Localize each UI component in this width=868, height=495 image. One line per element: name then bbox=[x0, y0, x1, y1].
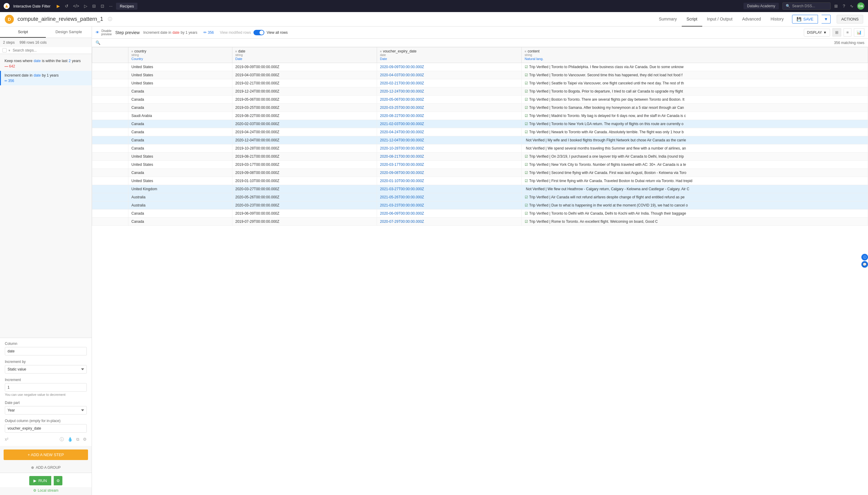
table-row: Canada2020-02-03T00:00:00.000Z2021-02-03… bbox=[92, 120, 868, 128]
grid-icon[interactable]: ⊟ bbox=[92, 4, 96, 8]
increment-input[interactable] bbox=[5, 383, 87, 392]
tab-design-sample[interactable]: Design Sample bbox=[46, 27, 92, 38]
cell-content: ☑Trip Verified | Air Canada will not ref… bbox=[521, 193, 868, 201]
step-item-1[interactable]: Keep rows where date is within the last … bbox=[0, 56, 92, 71]
step-preview-title: Step preview bbox=[115, 30, 140, 35]
table-icon[interactable]: ⊡ bbox=[101, 4, 104, 8]
row-number bbox=[92, 63, 128, 71]
run-settings-button[interactable]: ⚙ bbox=[54, 476, 63, 485]
add-group-button[interactable]: ⊕ ADD A GROUP bbox=[0, 464, 92, 472]
table-row: United Kingdom2020-03-27T00:00:00.000Z20… bbox=[92, 185, 868, 193]
help-icon[interactable]: ? bbox=[843, 4, 845, 8]
refresh-step-icon-2[interactable]: ↺ bbox=[76, 73, 79, 78]
delete-step-icon-2[interactable]: 🗑 bbox=[81, 73, 84, 78]
add-step-button[interactable]: + ADD A NEW STEP bbox=[4, 449, 88, 460]
form-footer: x² ⓘ 💧 ⧉ ⚙ bbox=[5, 437, 87, 442]
code-icon[interactable]: </> bbox=[73, 4, 79, 8]
tab-script[interactable]: Script bbox=[682, 12, 702, 27]
run-play-icon: ▶ bbox=[33, 478, 36, 483]
increment-label: Increment bbox=[5, 378, 87, 382]
analytics-icon[interactable]: ∿ bbox=[850, 4, 853, 8]
table-search-input[interactable] bbox=[103, 40, 832, 45]
info-edge-button[interactable]: ⓘ bbox=[861, 254, 868, 260]
cell-date: 2019-03-25T00:00:00.000Z bbox=[232, 104, 377, 112]
view-toggle-switch[interactable] bbox=[254, 30, 264, 35]
run-area: ▶ RUN ⚙ bbox=[0, 473, 92, 487]
cell-date: 2019-12-24T00:00:00.000Z bbox=[232, 87, 377, 96]
cell-content: ☑Trip Verified | Madrid to Toronto. My b… bbox=[521, 112, 868, 120]
chart-view-button[interactable]: 📊 bbox=[854, 28, 864, 36]
disable-preview-button[interactable]: 👁 Disable preview bbox=[96, 29, 111, 36]
grid-view-button[interactable]: ⊞ bbox=[832, 28, 841, 36]
tab-history[interactable]: History bbox=[766, 12, 789, 27]
cell-date: 2019-05-06T00:00:00.000Z bbox=[232, 96, 377, 104]
grid-apps-icon[interactable]: ⊞ bbox=[834, 4, 838, 8]
cell-country: Australia bbox=[128, 193, 232, 201]
date-col-icon: ≡ bbox=[236, 50, 237, 53]
right-panel-header: 👁 Disable preview Step preview Increment… bbox=[92, 27, 868, 39]
tab-summary[interactable]: Summary bbox=[654, 12, 682, 27]
save-button[interactable]: 💾 SAVE bbox=[792, 15, 818, 23]
water-drop-icon[interactable]: 💧 bbox=[68, 437, 73, 442]
cell-voucher-expiry: 2021-03-27T00:00:00.000Z bbox=[377, 185, 521, 193]
recipe-help-icon[interactable]: ⓘ bbox=[108, 17, 112, 22]
list-view-button[interactable]: ≡ bbox=[844, 28, 851, 36]
checkbox-dropdown-icon[interactable]: ▼ bbox=[8, 49, 11, 52]
cell-content: ☑Trip Verified | New York City to Toront… bbox=[521, 161, 868, 169]
cell-voucher-expiry: 2020-03-17T00:00:00.000Z bbox=[377, 161, 521, 169]
refresh-icon[interactable]: ↺ bbox=[65, 4, 68, 8]
date-col-link[interactable]: Date bbox=[236, 57, 242, 61]
voucher-col-link[interactable]: Date bbox=[380, 57, 387, 61]
table-row: Canada2019-10-28T00:00:00.000Z2020-10-28… bbox=[92, 144, 868, 153]
copy-icon[interactable]: ⧉ bbox=[76, 437, 79, 442]
output-column-input[interactable] bbox=[5, 424, 87, 432]
cell-country: Canada bbox=[128, 87, 232, 96]
eye-icon-2[interactable]: 👁 bbox=[71, 73, 74, 78]
settings-icon[interactable]: ⚙ bbox=[83, 437, 87, 442]
display-button[interactable]: DISPLAY ▼ bbox=[804, 29, 830, 36]
run-icon[interactable]: ▶ bbox=[57, 4, 60, 8]
nav-icons: ▶ ↺ </> ▷ ⊟ ⊡ ··· bbox=[57, 4, 113, 8]
local-stream-indicator[interactable]: ⚙ Local stream bbox=[0, 487, 92, 495]
more-icon[interactable]: ··· bbox=[109, 4, 113, 8]
step-item-2[interactable]: Increment date in date by 1 years 356 👁 … bbox=[0, 71, 92, 85]
step-checkbox[interactable] bbox=[2, 48, 7, 52]
more-step-icon-2[interactable]: ··· bbox=[86, 73, 89, 78]
delete-step-icon[interactable]: 🗑 bbox=[81, 59, 84, 63]
save-dropdown-button[interactable]: ▼ bbox=[821, 15, 831, 23]
content-col-link[interactable]: Natural lang. bbox=[525, 57, 543, 61]
actions-button[interactable]: ACTIONS bbox=[837, 15, 863, 23]
date-part-select[interactable]: Year bbox=[5, 406, 87, 414]
row-number bbox=[92, 218, 128, 226]
refresh-step-icon[interactable]: ↺ bbox=[76, 59, 79, 63]
search-steps-input[interactable] bbox=[13, 48, 89, 52]
tab-advanced[interactable]: Advanced bbox=[737, 12, 765, 27]
play-icon[interactable]: ▷ bbox=[84, 4, 87, 8]
info-footer-icon[interactable]: ⓘ bbox=[60, 437, 64, 442]
cell-date: 2019-02-21T00:00:00.000Z bbox=[232, 79, 377, 87]
chat-edge-button[interactable]: 💬 bbox=[861, 261, 868, 268]
table-row: Canada2019-05-06T00:00:00.000Z2020-05-06… bbox=[92, 96, 868, 104]
column-input[interactable] bbox=[5, 347, 87, 355]
recipes-tab[interactable]: Recipes bbox=[116, 3, 137, 10]
increment-group: Increment You can use negative value to … bbox=[5, 378, 87, 396]
tab-input-output[interactable]: Input / Output bbox=[702, 12, 737, 27]
search-box[interactable]: 🔍 Search DSS... bbox=[782, 2, 831, 10]
formula-icon[interactable]: x² bbox=[5, 437, 8, 442]
col-content: ≡content string Natural lang. bbox=[521, 47, 868, 63]
cell-content: ☑Trip Verified | First time flying with … bbox=[521, 177, 868, 185]
voucher-col-type: date bbox=[380, 53, 518, 57]
modified-rows-label: View modified rows bbox=[220, 31, 251, 35]
cell-voucher-expiry: 2020-09-09T00:00:00.000Z bbox=[377, 63, 521, 71]
more-step-icon[interactable]: ··· bbox=[86, 59, 89, 63]
eye-icon[interactable]: 👁 bbox=[71, 59, 74, 63]
left-panel: Script Design Sample 2 steps 998 rows 16… bbox=[0, 27, 92, 495]
country-col-link[interactable]: Country bbox=[132, 57, 143, 61]
tab-script-left[interactable]: Script bbox=[0, 27, 46, 38]
row-number-col bbox=[92, 47, 128, 63]
col-voucher-expiry: ≡voucher_expiry_date date Date bbox=[377, 47, 521, 63]
increment-by-select[interactable]: Static value bbox=[5, 365, 87, 374]
cell-content: ☑Trip Verified | On 2/3/19, I purchased … bbox=[521, 153, 868, 161]
run-button[interactable]: ▶ RUN bbox=[29, 476, 51, 485]
row-number bbox=[92, 185, 128, 193]
